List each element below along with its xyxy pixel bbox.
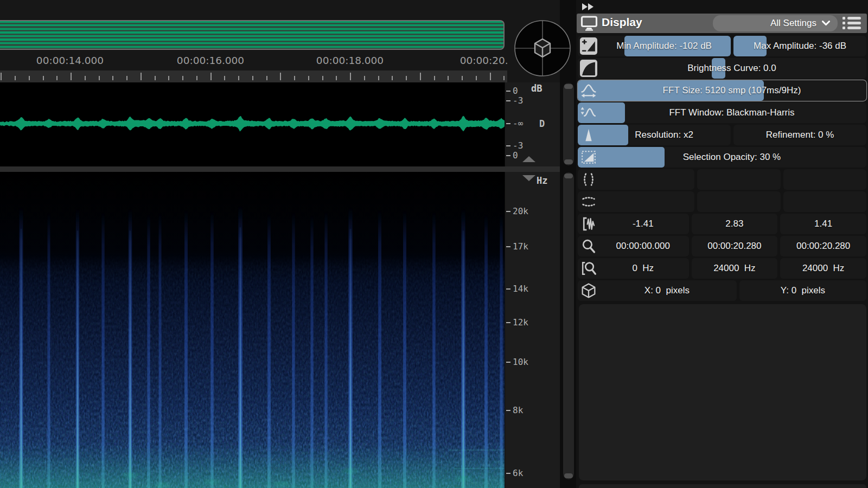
setting-field[interactable]: 00:00:20.280 [692, 236, 778, 256]
ruler-tick [196, 76, 197, 80]
resolution-icon [580, 126, 597, 144]
panel-top-toolbar [576, 0, 868, 14]
zoom-time-icon [580, 237, 597, 255]
display-settings-panel: Display All Settings Min Amplitude: -102… [576, 0, 868, 488]
setting-field[interactable] [783, 169, 866, 190]
ruler-tick [336, 76, 337, 80]
ruler-tick [294, 76, 295, 80]
selection-bounds-icon [580, 171, 597, 188]
ruler-tick [252, 76, 253, 80]
audio-overview-bar[interactable] [0, 20, 505, 50]
settings-row: Min Amplitude: -102 dBMax Amplitude: -36… [578, 36, 866, 56]
curve-icon [580, 60, 597, 77]
setting-field[interactable] [697, 191, 780, 212]
settings-row [578, 169, 866, 190]
setting-value-text: 00:00:20.280 [780, 236, 866, 256]
ruler-tick [71, 73, 72, 80]
ruler-tick [238, 76, 239, 80]
ruler-tick [210, 73, 212, 80]
setting-field[interactable]: X: 0 pixels [578, 280, 737, 301]
all-settings-dropdown[interactable]: All Settings [713, 15, 838, 31]
setting-field[interactable]: 24000 Hz [692, 258, 778, 279]
settings-list-icon[interactable] [842, 16, 861, 30]
ruler-tick [141, 73, 142, 80]
settings-row: -1.412.831.41 [578, 214, 866, 234]
time-ruler[interactable] [0, 70, 507, 82]
spectrogram-hotspot [204, 479, 220, 485]
display-icon [580, 16, 598, 31]
settings-rows: Min Amplitude: -102 dBMax Amplitude: -36… [578, 36, 866, 303]
setting-field[interactable]: FFT Size: 5120 smp (107ms/9Hz) [578, 80, 866, 101]
ruler-tick [462, 76, 463, 80]
setting-field[interactable]: Refinement: 0 % [733, 125, 866, 145]
setting-field[interactable]: Brightness Curve: 0.0 [578, 58, 866, 79]
ruler-tick [364, 76, 365, 80]
navigation-sphere[interactable] [513, 19, 572, 78]
ruler-tick [182, 76, 183, 80]
frequency-scale: Hz 20k17k14k12k10k8k6k [505, 172, 560, 488]
settings-row: Brightness Curve: 0.0 [578, 58, 866, 79]
empty-settings-area [579, 304, 866, 480]
panel-separator[interactable] [0, 166, 560, 172]
timeline-label: 00:00:20.0 [460, 55, 507, 66]
ruler-tick [280, 73, 281, 80]
setting-field[interactable]: Resolution: x2 [578, 125, 731, 145]
waveform-view[interactable] [0, 82, 505, 166]
settings-row: Selection Opacity: 30 % [578, 147, 866, 168]
waveform-baseline [0, 123, 505, 124]
setting-field[interactable] [783, 191, 866, 212]
nav-cube-icon [535, 39, 550, 57]
hz-unit-label: Hz [537, 175, 547, 186]
spectrogram-scrollbar[interactable] [563, 172, 574, 479]
setting-value-text: Brightness Curve: 0.0 [578, 58, 866, 79]
setting-value-text: Y: 0 pixels [739, 280, 866, 301]
setting-field[interactable]: 24000 Hz [780, 258, 866, 279]
spectrogram-hotspot [155, 483, 171, 488]
setting-field[interactable]: 1.41 [780, 214, 866, 234]
ruler-tick [29, 76, 30, 80]
setting-value-text: 00:00:20.280 [692, 236, 778, 256]
settings-row: 0 Hz24000 Hz24000 Hz [578, 258, 866, 279]
zoom-frequency-icon [580, 260, 597, 277]
setting-field[interactable] [697, 169, 780, 190]
setting-value-text: X: 0 pixels [578, 280, 737, 301]
fast-forward-icon[interactable] [582, 3, 596, 11]
timeline-label: 00:00:16.000 [177, 55, 244, 66]
spectrogram-hotspot [274, 481, 290, 487]
setting-field[interactable]: 2.83 [692, 214, 778, 234]
ruler-tick [15, 76, 16, 80]
setting-value-text: 1.41 [780, 214, 866, 234]
setting-value-text: 2.83 [692, 214, 778, 234]
setting-field[interactable]: Selection Opacity: 30 % [578, 147, 866, 168]
setting-field[interactable]: Max Amplitude: -36 dB [733, 36, 866, 56]
setting-value-text: Min Amplitude: -102 dB [578, 36, 731, 56]
waveform-scrollbar[interactable] [563, 83, 574, 165]
spectral-editor-window: 00:00:14.00000:00:16.00000:00:18.00000:0… [0, 0, 868, 488]
setting-value-text: FFT Size: 5120 smp (107ms/9Hz) [578, 80, 866, 101]
setting-field[interactable]: Min Amplitude: -102 dB [578, 36, 731, 56]
ruler-tick [322, 76, 323, 80]
ruler-tick [308, 76, 309, 80]
spectrogram-view[interactable] [0, 172, 505, 488]
collapse-up-icon[interactable] [522, 156, 535, 162]
ruler-tick [350, 73, 351, 80]
setting-value-text: Max Amplitude: -36 dB [733, 36, 866, 56]
setting-field[interactable]: Y: 0 pixels [739, 280, 866, 301]
setting-value-text: Selection Opacity: 30 % [578, 147, 866, 168]
spectrogram-graphic [0, 172, 505, 488]
collapse-down-icon[interactable] [522, 175, 535, 181]
settings-row: FFT Window: Blackman-Harris [578, 102, 866, 123]
waveform-graphic [0, 82, 505, 166]
ruler-tick [126, 76, 127, 80]
setting-field[interactable]: FFT Window: Blackman-Harris [578, 102, 866, 123]
ruler-tick [378, 76, 379, 80]
ruler-tick [266, 76, 267, 80]
setting-field[interactable]: 00:00:20.280 [780, 236, 866, 256]
panel-title: Display [602, 16, 642, 29]
setting-value-text: FFT Window: Blackman-Harris [578, 102, 866, 123]
fft-window-icon [580, 104, 597, 121]
timeline-label-row: 00:00:14.00000:00:16.00000:00:18.00000:0… [0, 52, 507, 70]
ruler-tick [448, 76, 449, 80]
timeline-label: 00:00:18.000 [316, 55, 384, 66]
settings-row [578, 191, 866, 212]
